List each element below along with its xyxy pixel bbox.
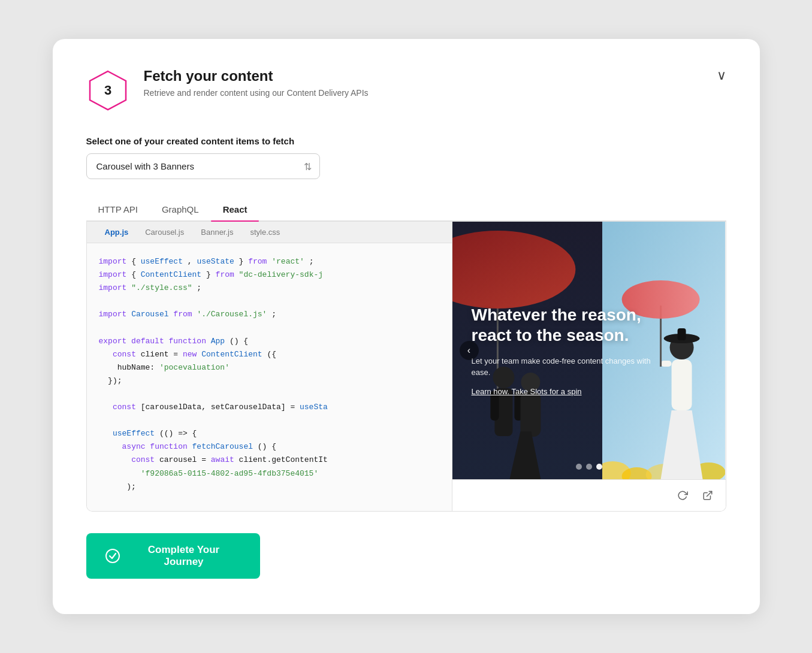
carousel-background: Whatever the reason, react to the season… — [452, 222, 726, 479]
code-tab-stylecss[interactable]: style.css — [242, 222, 288, 243]
main-card: 3 Fetch your content Retrieve and render… — [53, 39, 760, 614]
code-line-blank1 — [99, 295, 440, 308]
code-line-3: import "./style.css" ; — [99, 282, 440, 295]
code-line-14: useEffect (() => { — [99, 427, 440, 440]
code-line-blank4 — [99, 414, 440, 427]
api-tabs: HTTP API GraphQL React — [86, 198, 726, 222]
code-tab-bannerjs[interactable]: Banner.js — [192, 222, 242, 243]
code-line-15: async function fetchCarousel () { — [99, 440, 440, 454]
code-line-blank3 — [99, 388, 440, 401]
carousel-text-overlay: Whatever the reason, react to the season… — [452, 222, 726, 479]
collapse-button[interactable]: ∨ — [717, 68, 726, 83]
content-item-select[interactable]: Carousel with 3 Banners — [86, 153, 320, 179]
select-wrapper: Carousel with 3 Banners ⇅ — [86, 153, 320, 179]
code-file-tabs: App.js Carousel.js Banner.js style.css — [87, 222, 452, 243]
svg-text:3: 3 — [104, 83, 111, 98]
code-line-8: const client = new ContentClient ({ — [99, 348, 440, 361]
svg-line-26 — [707, 491, 711, 496]
code-line-17: 'f92086a5-0115-4802-ad95-4fdb375e4015' — [99, 467, 440, 480]
code-line-blank2 — [99, 321, 440, 334]
code-line-10: }); — [99, 374, 440, 388]
code-line-1: import { useEffect , useState } from 're… — [99, 255, 440, 268]
tab-react[interactable]: React — [211, 198, 259, 220]
external-link-icon — [702, 490, 713, 501]
refresh-icon — [677, 490, 688, 501]
code-tab-appjs[interactable]: App.js — [96, 222, 137, 243]
step-hexagon: 3 — [86, 69, 129, 114]
carousel-link[interactable]: Learn how. Take Slots for a spin — [472, 387, 707, 396]
carousel-dots — [576, 464, 602, 470]
code-line-2: import { ContentClient } from "dc-delive… — [99, 268, 440, 282]
code-line-12: const [carouselData, setCarouselData] = … — [99, 401, 440, 414]
header-title: Fetch your content — [144, 68, 369, 84]
carousel-dot-2[interactable] — [586, 464, 592, 470]
carousel-dot-3[interactable] — [596, 464, 602, 470]
complete-button-label: Complete Your Journey — [127, 544, 241, 568]
header-subtitle: Retrieve and render content using our Co… — [144, 88, 369, 98]
select-label: Select one of your created content items… — [86, 136, 726, 146]
carousel-dot-1[interactable] — [576, 464, 582, 470]
check-icon — [105, 549, 120, 563]
header: 3 Fetch your content Retrieve and render… — [86, 68, 726, 114]
preview-actions-bar — [452, 479, 726, 511]
carousel-preview: Whatever the reason, react to the season… — [452, 222, 726, 479]
header-text: Fetch your content Retrieve and render c… — [144, 68, 369, 98]
tab-http-api[interactable]: HTTP API — [86, 198, 150, 220]
refresh-button[interactable] — [673, 486, 692, 505]
tab-graphql[interactable]: GraphQL — [150, 198, 211, 220]
code-panel: App.js Carousel.js Banner.js style.css i… — [87, 222, 452, 511]
preview-panel: Whatever the reason, react to the season… — [452, 222, 726, 511]
code-tab-carouseljs[interactable]: Carousel.js — [137, 222, 192, 243]
code-line-7: export default function App () { — [99, 335, 440, 348]
complete-journey-button[interactable]: Complete Your Journey — [86, 533, 260, 579]
content-area: App.js Carousel.js Banner.js style.css i… — [86, 222, 726, 512]
code-body: import { useEffect , useState } from 're… — [87, 243, 452, 511]
code-line-18: ); — [99, 480, 440, 494]
code-line-5: import Carousel from './Carousel.js' ; — [99, 308, 440, 321]
carousel-subtitle: Let your team make code-free content cha… — [472, 355, 663, 379]
carousel-prev-button[interactable]: ‹ — [460, 341, 479, 360]
external-link-button[interactable] — [698, 486, 717, 505]
carousel-title: Whatever the reason, react to the season… — [472, 305, 651, 345]
code-line-16: const carousel = await client.getContent… — [99, 454, 440, 467]
checkmark-icon — [108, 552, 117, 560]
code-line-9: hubName: 'pocevaluation' — [99, 361, 440, 374]
